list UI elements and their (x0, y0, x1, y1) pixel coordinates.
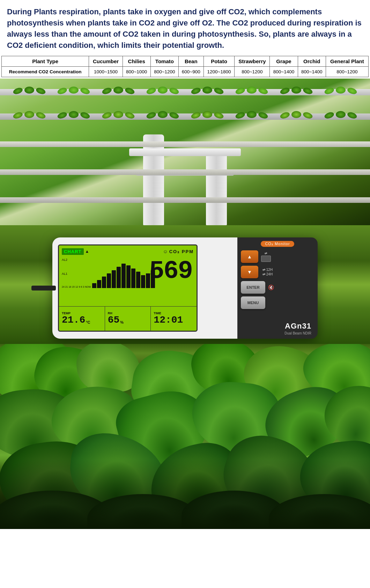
leaf (24, 111, 34, 118)
time-reading: TIME 12:01 (151, 307, 197, 331)
chart-bar (97, 280, 101, 288)
leaf (113, 87, 123, 94)
leaf-cluster (281, 87, 312, 94)
monitor-device: CHART ▲ ☺ CO₂ PPM AL2 AL1 24 21 18 15 12… (52, 237, 318, 339)
lettuce-section (0, 344, 370, 529)
leaf (336, 111, 346, 118)
header-cucumber: Cucumber (89, 56, 123, 66)
robot-arm-left (143, 134, 164, 225)
intro-paragraph: During Plants respiration, plants take i… (7, 6, 363, 51)
leaf (247, 87, 257, 94)
chart-bar (107, 273, 111, 288)
rh-value: 65 (108, 315, 120, 326)
chart-bar (131, 269, 135, 288)
temp-value: 21.6 (62, 315, 85, 326)
leaf (69, 111, 79, 118)
leaf-cluster (236, 87, 267, 94)
shelf-row-5 (0, 197, 370, 203)
display-icon-group: ⇄ (261, 251, 271, 262)
robot-arm-right (206, 148, 227, 225)
monitor-section: CHART ▲ ☺ CO₂ PPM AL2 AL1 24 21 18 15 12… (0, 225, 370, 344)
leaf (247, 111, 257, 118)
table-row: Recommend CO2 Concentration 1000~1500 80… (2, 66, 369, 77)
enter-button[interactable]: ENTER (241, 281, 265, 294)
chart-bar (117, 267, 121, 288)
leaf-cluster (58, 87, 89, 94)
lcd-bottom-readings: TEMP 21.6 °C RH 65 % TIME 12: (59, 306, 197, 331)
display-icon (261, 256, 271, 262)
rh-unit: % (120, 320, 124, 324)
intro-section: During Plants respiration, plants take i… (0, 0, 370, 56)
enter-button-row: ENTER 🔇 (241, 281, 314, 294)
dual-beam-label: Dual Beam NDIR (284, 331, 314, 335)
al2-label: AL2 (62, 258, 91, 262)
leaf-cluster (14, 87, 45, 94)
header-plant-type: Plant Type (2, 56, 89, 66)
header-bean: Bean (179, 56, 204, 66)
header-chilies: Chilies (123, 56, 150, 66)
menu-button[interactable]: MENU (241, 296, 265, 309)
chart-labels: AL2 AL1 24 21 18 15 12 9 6 3 NOW (62, 258, 92, 288)
usb-cable (31, 286, 56, 291)
leaf-cluster (325, 111, 356, 118)
leaf-cluster (192, 87, 223, 94)
leaf (24, 87, 34, 94)
chart-button: CHART (62, 248, 84, 255)
leaf-cluster (236, 111, 267, 118)
temp-value-row: 21.6 °C (60, 315, 103, 326)
leaf-cluster (147, 87, 178, 94)
recommend-label: Recommend CO2 Concentration (2, 66, 89, 77)
value-grape: 800~1400 (270, 66, 298, 77)
refresh-icon: ⇄ (265, 251, 267, 255)
rh-value-row: 65 % (106, 315, 149, 326)
leaf (158, 111, 168, 118)
lcd-top-bar: CHART ▲ ☺ CO₂ PPM (59, 245, 197, 257)
header-orchid: Orchid (298, 56, 326, 66)
co2-monitor-label: CO₂ Monitor (261, 241, 294, 247)
header-grape: Grape (270, 56, 298, 66)
leaf (336, 87, 346, 94)
co2-unit-label: CO₂ PPM (169, 249, 194, 254)
header-general-plant: General Plant (326, 56, 368, 66)
bottom-overlay (0, 459, 370, 529)
leaf-cluster (147, 111, 178, 118)
leaf-cluster (14, 111, 45, 118)
leaf (202, 111, 212, 118)
leaf (291, 111, 301, 118)
leaf-cluster (325, 87, 356, 94)
down-button[interactable]: ▼ (241, 266, 258, 278)
leaf-cluster (103, 111, 134, 118)
value-bean: 600~900 (179, 66, 204, 77)
value-potato: 1200~1800 (204, 66, 235, 77)
menu-button-row: MENU (241, 296, 314, 309)
value-orchid: 800~1400 (298, 66, 326, 77)
chart-bar (141, 275, 145, 288)
chart-bar (102, 277, 106, 288)
temp-reading: TEMP 21.6 °C (59, 307, 105, 331)
smiley-icon: ☺ (163, 249, 168, 254)
chart-bar (126, 265, 131, 288)
value-strawberry: 800~1200 (235, 66, 270, 77)
header-potato: Potato (204, 56, 235, 66)
up-button[interactable]: ▲ (241, 250, 258, 263)
plant-row-2 (0, 106, 370, 118)
leaf (202, 87, 212, 94)
plant-table-section: Plant Type Cucumber Chilies Tomato Bean … (0, 56, 370, 79)
plant-row-1 (0, 81, 370, 94)
value-cucumber: 1000~1500 (89, 66, 123, 77)
co2-reading: 569 (149, 259, 192, 284)
temp-unit: °C (86, 320, 90, 324)
time-value-row: 12:01 (152, 315, 195, 326)
header-tomato: Tomato (150, 56, 178, 66)
value-general-plant: 800~1200 (326, 66, 368, 77)
triangle-icon: ▲ (85, 249, 89, 254)
shelf-row-4 (0, 169, 370, 175)
chart-bottom-label: 24 21 18 15 12 9 6 3 NOW (62, 286, 91, 288)
al1-label: AL1 (62, 272, 91, 275)
leaf-cluster (281, 111, 312, 118)
control-panel: CO₂ Monitor ▲ ⇄ ▼ ⇄ 12H ⇄ 24H ENTER (237, 237, 318, 339)
leaf (291, 87, 301, 94)
chart-bar (112, 270, 116, 288)
header-strawberry: Strawberry (235, 56, 270, 66)
plant-type-table: Plant Type Cucumber Chilies Tomato Bean … (1, 56, 369, 78)
